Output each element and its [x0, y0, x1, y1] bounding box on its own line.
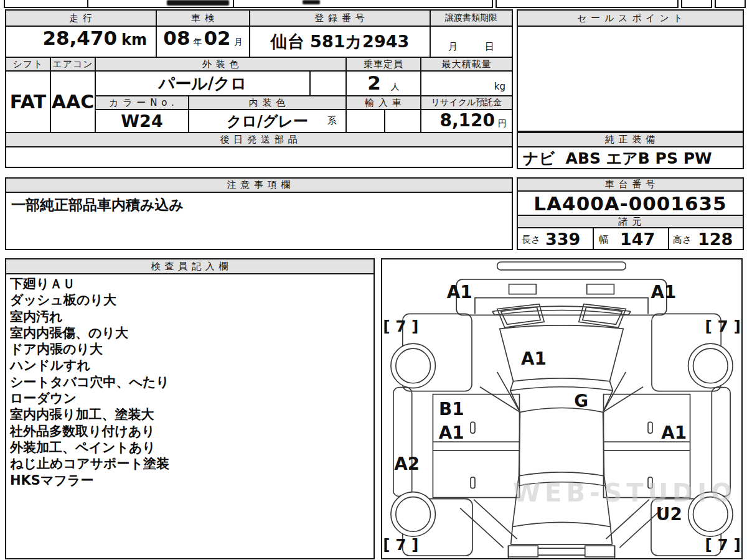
aircon-value-cell: AAC — [50, 70, 96, 133]
recycle-value: 8,120 — [439, 110, 495, 131]
exterior-color-empty-cell — [309, 70, 347, 96]
door-handle-rear-left — [471, 477, 475, 488]
shaken-year: 08 — [163, 27, 190, 49]
door-handle-front-right — [648, 422, 652, 433]
mark-left-door-upper: B1 — [439, 399, 464, 419]
wheel-front-right — [688, 343, 733, 388]
cropped-cell — [4, 0, 88, 8]
inspector-note-line: ハンドルすれ — [10, 357, 374, 373]
inspector-note-line: 下廻りＡＵ — [10, 276, 374, 292]
inspector-note-line: ドア内張のり大 — [10, 341, 374, 357]
interior-color-cell: クロ/グレー 系 — [188, 109, 347, 133]
equipment-header: 純 正 装 備 — [517, 132, 744, 147]
mark-front-bumper-left: A1 — [447, 282, 472, 302]
mark-tire-rear-right: [ 7 ] — [705, 536, 741, 554]
inspector-note-line: ダッシュ板のり大 — [10, 292, 374, 308]
dimension-length-cell: 長さ 339 — [517, 227, 594, 250]
inspector-note-line: 室内内張り加工、塗装大 — [10, 406, 374, 422]
shaken-month-suffix: 月 — [234, 37, 243, 48]
inspector-note-line: ローダウン — [10, 390, 374, 406]
mark-hood: A1 — [521, 348, 547, 369]
inspector-note-line: 社外品多数取り付けあり — [10, 423, 374, 439]
wheel-front-left — [391, 343, 436, 388]
registration-header: 登 録 番 号 — [249, 9, 431, 27]
caution-header: 注 意 事 項 欄 — [5, 177, 513, 193]
transfer-day-label: 日 — [485, 41, 494, 53]
inspector-note-line: HKSマフラー — [10, 472, 374, 488]
inspector-note-line: シートタバコ穴中、へたり — [10, 374, 374, 390]
shift-value: FAT — [10, 91, 46, 113]
interior-color-value: クロ/グレー — [227, 111, 308, 131]
mark-windshield: G — [574, 391, 588, 411]
inspector-header: 検 査 員 記 入 欄 — [5, 258, 375, 274]
sales-point-box — [517, 26, 744, 132]
max-load-cell: kg — [420, 70, 513, 96]
cropped-text-fragment — [303, 0, 320, 4]
damage-diagram-box: WEB-STUDIO — [381, 258, 743, 559]
later-parts-header: 後 日 発 送 部 品 — [5, 132, 513, 147]
rear-bumper-left-block — [509, 546, 538, 557]
inspector-note-line: 室内汚れ — [10, 309, 374, 325]
mileage-value: 28,470 — [42, 27, 117, 49]
cropped-cell — [681, 0, 712, 8]
dimension-length-value: 339 — [545, 230, 580, 249]
caution-line: 一部純正部品車内積み込み — [11, 195, 512, 215]
dimension-width-value: 147 — [620, 230, 655, 249]
inspector-box: 下廻りＡＵダッシュ板のり大室内汚れ室内内張傷、のり大ドア内張のり大ハンドルすれシ… — [5, 273, 375, 559]
color-no-header: カ ラ ー N o . — [95, 95, 189, 110]
color-no-cell: W24 — [95, 109, 189, 133]
equipment-box: ナビ ABS エアB PS PW — [517, 146, 744, 169]
dimension-length-label: 長さ — [522, 234, 540, 246]
max-load-header: 最大積載量 — [420, 57, 513, 72]
transfer-deadline-header: 譲渡書類期限 — [430, 9, 513, 27]
exterior-color-value: パール/クロ — [159, 73, 247, 95]
door-gap-right — [604, 442, 690, 450]
cropped-text-fragment — [167, 0, 229, 6]
chassis-box: LA400A-0001635 — [517, 190, 744, 216]
recycle-header: リサイクル預託金 — [420, 95, 513, 110]
import-cell-left — [345, 109, 385, 133]
dimension-height-cell: 高さ 128 — [668, 227, 744, 250]
dimension-width-label: 幅 — [599, 234, 608, 246]
shaken-value-cell: 08 年 02 月 — [156, 26, 250, 58]
car-top-view-diagram: A1 A1 A1 G B1 A1 A1 A2 U2 [ 7 ] [ 7 ] [ … — [382, 259, 741, 558]
equipment-value: ナビ ABS エアB PS PW — [523, 148, 712, 169]
bumper-marker-right — [587, 284, 614, 294]
capacity-header: 乗車定員 — [345, 57, 421, 72]
hood — [500, 325, 624, 381]
roof-front-strip — [497, 262, 626, 270]
cropped-cell — [715, 0, 746, 8]
mileage-unit: km — [121, 31, 147, 49]
registration-value-cell: 仙台 581カ2943 — [249, 26, 431, 58]
import-cell-right — [384, 109, 421, 133]
dimension-height-label: 高さ — [673, 234, 692, 246]
mark-tire-front-left: [ 7 ] — [383, 317, 418, 335]
caution-box: 一部純正部品車内積み込み — [5, 192, 513, 250]
sales-point-header: セ ー ル ス ポ イ ン ト — [517, 9, 744, 27]
wheel-rear-left — [391, 492, 436, 537]
recycle-cell: 8,120 円 — [420, 109, 513, 133]
shift-value-cell: FAT — [5, 70, 51, 133]
mark-tire-rear-left: [ 7 ] — [383, 536, 418, 554]
transfer-month-label: 月 — [448, 41, 458, 53]
exterior-color-header: 外 装 色 — [95, 57, 347, 72]
door-handle-front-left — [471, 422, 475, 433]
recycle-unit: 円 — [498, 118, 507, 129]
chassis-value: LA400A-0001635 — [533, 192, 726, 215]
damage-marks: A1 A1 A1 G B1 A1 A1 A2 U2 [ 7 ] [ 7 ] [ … — [383, 282, 741, 554]
later-parts-box — [5, 146, 513, 168]
shift-header: シフト — [5, 57, 51, 72]
mileage-value-cell: 28,470 km — [5, 26, 157, 58]
interior-color-header: 内 装 色 — [188, 95, 347, 110]
aircon-header: エアコン — [50, 57, 96, 72]
capacity-unit: 人 — [391, 82, 400, 93]
inspector-note-line: 外装加工、ペイントあり — [10, 439, 374, 455]
registration-value: 仙台 581カ2943 — [271, 30, 410, 53]
aircon-value: AAC — [52, 91, 94, 113]
cowl-band — [510, 381, 613, 391]
mark-right-rear-quarter: U2 — [656, 504, 682, 525]
rocker-panel-left — [393, 388, 412, 497]
roof-sides — [519, 412, 604, 475]
specs-header: 諸 元 — [517, 215, 744, 228]
door-gap-left — [433, 442, 519, 450]
